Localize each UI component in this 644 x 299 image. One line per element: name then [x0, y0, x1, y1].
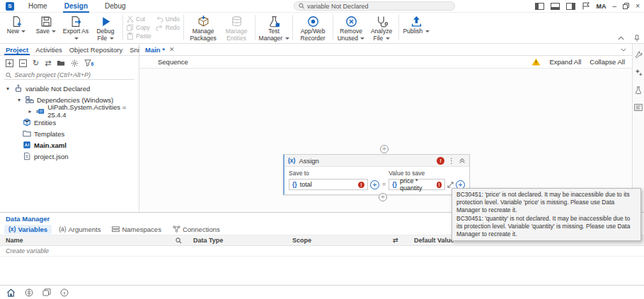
column-scope[interactable]: Scope	[287, 237, 387, 244]
dm-tab-arguments[interactable]: (a)Arguments	[54, 225, 105, 234]
chevron-down-icon[interactable]	[621, 48, 626, 52]
chevron-down-icon[interactable]: ▾	[4, 86, 11, 92]
panel-tab-activities[interactable]: Activities	[33, 45, 64, 54]
uipath-logo-icon: S	[6, 2, 14, 11]
project-search-input[interactable]	[14, 71, 133, 78]
properties-wrench-icon[interactable]	[635, 51, 643, 59]
debug-file-button[interactable]: Debug File	[91, 14, 120, 44]
create-variable-row[interactable]: Create variable	[0, 246, 644, 257]
feedback-icon[interactable]	[582, 2, 590, 10]
column-data-type[interactable]: Data Type	[188, 237, 287, 244]
plus-options-button[interactable]: +	[370, 180, 379, 189]
doc-tab-main[interactable]: Main * ✕	[145, 46, 175, 54]
braces-icon: {}	[392, 181, 397, 188]
windows-layers-icon[interactable]	[42, 288, 51, 296]
ribbon-toolbar: New Save Export As Debug File Cut Copy P…	[0, 13, 644, 44]
value-to-save-value[interactable]: price * quantity	[400, 177, 434, 192]
open-expression-editor-icon[interactable]	[447, 182, 454, 188]
chevron-down-icon[interactable]: ▾	[16, 97, 23, 103]
expand-all-icon[interactable]	[6, 59, 13, 67]
tree-item-project-root[interactable]: ▾ variable Not Declared	[0, 83, 139, 94]
test-manager-button[interactable]: Test Manager	[258, 14, 290, 44]
test-explorer-flask-icon[interactable]	[635, 86, 642, 94]
toggle-left-panel-icon[interactable]	[535, 3, 544, 10]
ribbon-separator	[292, 15, 293, 40]
search-input[interactable]	[307, 3, 450, 10]
restore-button[interactable]	[623, 3, 629, 9]
redo-button: Redo	[156, 24, 180, 31]
manage-packages-button[interactable]: Manage Packages	[186, 14, 220, 44]
menu-dots-icon[interactable]: ⋮	[448, 157, 455, 165]
collapse-activity-icon[interactable]	[459, 157, 466, 164]
expand-all-button[interactable]: Expand All	[549, 58, 581, 66]
package-icon	[36, 107, 45, 115]
tab-debug[interactable]: Debug	[96, 0, 134, 13]
toggle-bottom-panel-icon[interactable]	[551, 3, 560, 10]
project-search[interactable]	[4, 71, 134, 80]
save-icon	[40, 16, 52, 28]
field-error-icon[interactable]: !	[437, 182, 442, 188]
universal-search[interactable]	[294, 1, 455, 11]
title-bar: S Home Design Debug MA – ×	[0, 0, 644, 13]
right-panel-strip	[632, 44, 644, 212]
new-button[interactable]: New	[1, 14, 31, 37]
add-activity-sparkle-icon[interactable]	[635, 69, 643, 76]
source-control-icon[interactable]	[25, 288, 33, 297]
search-icon[interactable]	[176, 238, 182, 244]
minimize-button[interactable]: –	[613, 3, 617, 10]
tree-item-templates[interactable]: Templates	[0, 128, 139, 139]
save-to-value[interactable]: total	[300, 181, 312, 188]
publish-button[interactable]: Publish	[401, 14, 431, 37]
save-button[interactable]: Save	[31, 14, 61, 37]
info-icon[interactable]	[60, 288, 69, 297]
user-avatar[interactable]: MA	[597, 3, 606, 10]
save-to-field[interactable]: {} total !	[289, 179, 368, 190]
close-tab-icon[interactable]: ✕	[169, 46, 175, 53]
refresh-icon[interactable]: ↻	[33, 59, 39, 67]
compare-icon[interactable]: ⇄	[45, 59, 51, 67]
new-file-icon	[11, 16, 23, 28]
collapse-ribbon-icon[interactable]	[618, 36, 624, 40]
tab-home[interactable]: Home	[20, 0, 56, 13]
dm-tab-namespaces[interactable]: Namespaces	[108, 225, 165, 234]
entities-icon	[231, 16, 243, 28]
chevron-right-icon[interactable]: ▸	[27, 108, 33, 115]
dm-tab-variables[interactable]: (x)Variables	[4, 225, 52, 234]
tab-design[interactable]: Design	[56, 0, 96, 13]
analyze-file-button[interactable]: Analyze File	[367, 14, 396, 44]
close-button[interactable]: ×	[636, 3, 640, 10]
swap-columns-icon[interactable]: ⇄	[387, 237, 408, 244]
value-to-save-field[interactable]: {} price * quantity !	[389, 179, 445, 190]
collapse-all-button[interactable]: Collapse All	[590, 58, 625, 66]
tree-item-system-activities[interactable]: ▸ UiPath.System.Activities = 25.4.4	[0, 105, 139, 117]
app-web-recorder-button[interactable]: App/Web Recorder	[295, 14, 330, 44]
filter-icon[interactable]: 6	[84, 59, 93, 66]
settings-gear-icon[interactable]	[71, 59, 79, 67]
stethoscope-icon	[376, 16, 388, 28]
field-error-icon[interactable]: !	[358, 182, 364, 188]
export-as-button[interactable]: Export As	[61, 14, 91, 44]
dm-tab-connections[interactable]: Connections	[168, 225, 224, 234]
tree-item-main-xaml[interactable]: Main.xaml	[0, 139, 139, 151]
breadcrumb-sequence[interactable]: Sequence	[158, 58, 188, 66]
column-name[interactable]: Name	[0, 237, 188, 244]
add-activity-connector[interactable]: +	[379, 193, 387, 201]
pin-icon[interactable]	[634, 35, 640, 42]
panel-tab-object-repository[interactable]: Object Repository	[67, 45, 126, 54]
add-activity-connector[interactable]: +	[380, 145, 389, 153]
assign-header[interactable]: (x) Assign ! ⋮	[284, 155, 469, 167]
panel-tab-project[interactable]: Project	[3, 45, 31, 54]
remove-unused-button[interactable]: Remove Unused	[335, 14, 367, 44]
status-bar	[0, 285, 644, 299]
home-icon[interactable]	[6, 288, 16, 297]
open-folder-icon[interactable]	[57, 59, 65, 66]
connections-icon	[173, 225, 180, 233]
collapse-all-icon[interactable]	[19, 59, 27, 67]
toggle-right-panel-icon[interactable]	[566, 3, 575, 10]
outline-icon[interactable]	[634, 104, 643, 111]
error-badge[interactable]: !	[437, 157, 444, 165]
tree-item-project-json[interactable]: project.json	[0, 151, 139, 162]
tooltip-line-price: BC30451: 'price' is not declared. It may…	[456, 191, 636, 214]
copy-button: Copy	[127, 24, 151, 31]
assign-activity[interactable]: (x) Assign ! ⋮ Save to {} total	[283, 154, 470, 195]
